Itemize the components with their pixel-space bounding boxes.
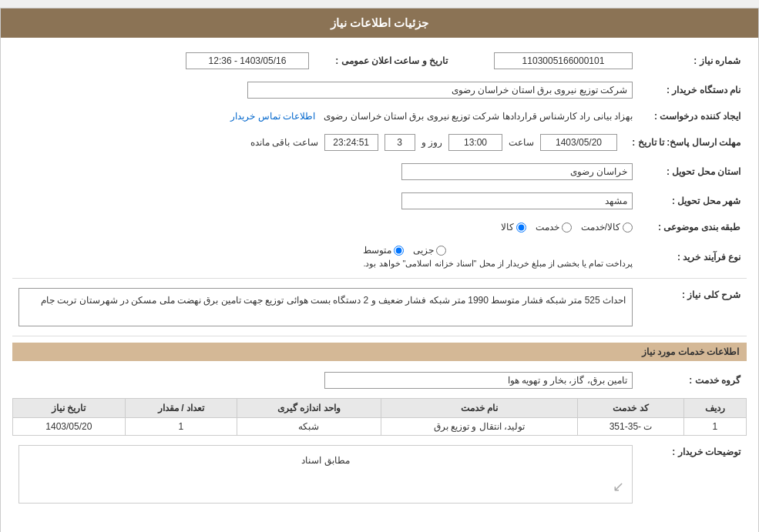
col-code: کد خدمت: [578, 399, 683, 418]
col-row: ردیف: [683, 399, 746, 418]
col-unit: واحد اندازه گیری: [237, 399, 381, 418]
city-label: شهر محل تحویل :: [639, 189, 747, 212]
table-row: 1 ت -35-351 تولید، انتقال و توزیع برق شب…: [13, 418, 747, 436]
process-motavasset-label: متوسط: [363, 245, 391, 256]
city-value: مشهد: [401, 192, 633, 209]
category-kala-khidmat[interactable]: کالا/خدمت: [581, 222, 633, 233]
category-label: طبقه بندی موضوعی :: [639, 219, 747, 236]
services-section-title: اطلاعات خدمات مورد نیاز: [12, 343, 747, 361]
need-number-label: شماره نیاز :: [639, 49, 747, 72]
process-jozii-label: جزیی: [413, 245, 434, 256]
cell-row: 1: [683, 418, 746, 436]
send-time-label: ساعت: [509, 137, 534, 148]
creator-value: بهزاد بیانی راد کارشناس قراردادها شرکت ت…: [324, 111, 633, 122]
category-khidmat[interactable]: خدمت: [536, 222, 572, 233]
process-jozii[interactable]: جزیی: [413, 245, 446, 256]
col-qty: تعداد / مقدار: [125, 399, 237, 418]
announce-date-label: تاریخ و ساعت اعلان عمومی :: [315, 49, 454, 72]
announce-date-value: 1403/05/16 - 12:36: [186, 52, 309, 69]
page-header: جزئیات اطلاعات نیاز: [1, 8, 758, 38]
process-label: نوع فرآیند خرید :: [639, 242, 747, 272]
process-note: پرداخت تمام یا بخشی از مبلغ خریدار از مح…: [363, 259, 633, 269]
buyer-name-value: شرکت توزیع نیروی برق استان خراسان رضوی: [247, 82, 633, 99]
description-label: شرح کلی نیاز :: [639, 285, 747, 330]
process-motavasset[interactable]: متوسط: [363, 245, 404, 256]
cell-date: 1403/05/20: [13, 418, 126, 436]
category-khidmat-label: خدمت: [536, 222, 559, 233]
services-table: ردیف کد خدمت نام خدمت واحد اندازه گیری ت…: [12, 398, 747, 436]
buyer-notes-text: مطابق اسناد: [25, 452, 626, 466]
cell-qty: 1: [125, 418, 237, 436]
cell-name: تولید، انتقال و توزیع برق: [381, 418, 578, 436]
send-time-value: 13:00: [448, 134, 502, 151]
page-title: جزئیات اطلاعات نیاز: [331, 16, 428, 29]
col-date: تاریخ نیاز: [13, 399, 126, 418]
send-remaining-label: ساعت باقی مانده: [250, 137, 318, 148]
service-group-value: تامین برق، گاز، بخار و تهویه هوا: [324, 372, 633, 389]
send-date-label: مهلت ارسال پاسخ: تا تاریخ :: [623, 131, 747, 154]
contact-link[interactable]: اطلاعات تماس خریدار: [230, 111, 315, 122]
buyer-notes-value: مطابق اسناد ↙: [18, 445, 633, 504]
send-remaining-value: 23:24:51: [324, 134, 378, 151]
category-kala[interactable]: کالا: [501, 222, 526, 233]
send-days-value: 3: [385, 134, 415, 151]
buyer-notes-label: توضیحات خریدار :: [639, 442, 747, 507]
cell-code: ت -35-351: [578, 418, 683, 436]
category-kala-label: کالا: [501, 222, 514, 233]
send-days-label: روز و: [421, 137, 442, 148]
province-value: خراسان رضوی: [401, 163, 633, 180]
cell-unit: شبکه: [237, 418, 381, 436]
category-kala-khidmat-label: کالا/خدمت: [581, 222, 620, 233]
buyer-name-label: نام دستگاه خریدار :: [639, 79, 747, 102]
creator-label: ایجاد کننده درخواست :: [639, 108, 747, 125]
col-name: نام خدمت: [381, 399, 578, 418]
button-bar: بازگشت چاپ: [1, 524, 758, 532]
send-date-value: 1403/05/20: [540, 134, 617, 151]
service-group-label: گروه خدمت :: [639, 369, 747, 392]
province-label: استان محل تحویل :: [639, 160, 747, 183]
description-value: احداث 525 متر شبکه فشار متوسط 1990 متر ش…: [18, 288, 633, 326]
need-number-value: 1103005166000101: [494, 52, 633, 69]
